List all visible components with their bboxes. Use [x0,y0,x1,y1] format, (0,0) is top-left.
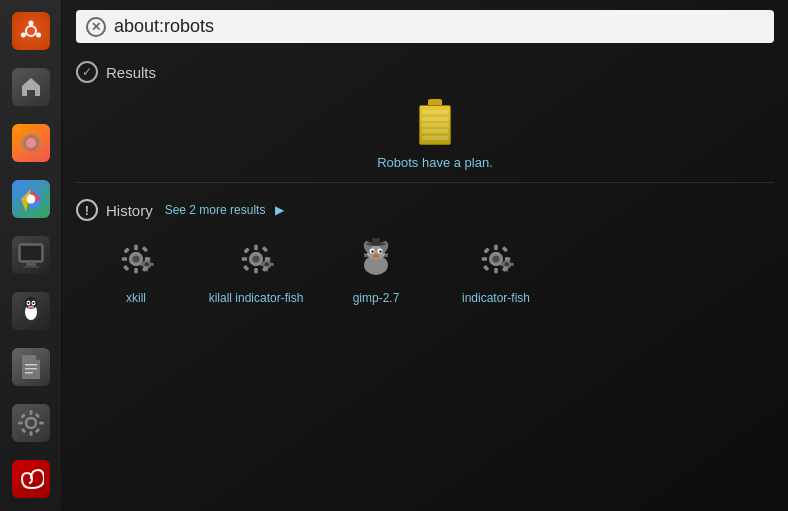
svg-point-18 [27,302,29,304]
svg-point-60 [264,262,268,266]
history-header: ! History See 2 more results ▶ [76,199,774,221]
svg-rect-86 [483,247,489,253]
svg-rect-83 [494,268,498,273]
doc-icon [12,348,50,386]
svg-rect-53 [242,257,247,261]
svg-rect-29 [20,413,26,419]
see-more-link[interactable]: See 2 more results [165,203,266,217]
svg-point-5 [26,138,36,148]
svg-point-44 [144,262,148,266]
svg-rect-22 [25,368,37,370]
sidebar-item-penguin[interactable] [4,284,58,338]
svg-rect-28 [39,422,44,425]
results-title: Results [106,64,156,81]
penguin-icon [12,292,50,330]
svg-point-8 [27,195,35,203]
svg-point-1 [28,21,33,26]
search-bar: ✕ [76,10,774,43]
sidebar-item-settings[interactable] [4,396,58,450]
svg-point-2 [36,33,41,38]
svg-rect-57 [262,246,268,252]
sidebar-item-home[interactable] [4,60,58,114]
tv-icon [12,236,50,274]
svg-rect-63 [260,263,264,266]
svg-rect-45 [145,257,148,261]
history-item-xkill[interactable]: xkill [86,233,186,307]
settings-icon [12,404,50,442]
sidebar-item-doc[interactable] [4,340,58,394]
svg-rect-88 [502,246,508,252]
svg-rect-32 [20,428,26,434]
sidebar-item-firefox[interactable] [4,116,58,170]
firefox-icon [12,124,50,162]
svg-rect-84 [482,257,487,261]
battery-icon [413,95,457,149]
svg-rect-82 [494,245,498,250]
sidebar [0,0,62,511]
svg-point-20 [28,306,34,309]
main-content: ✕ ✓ Results Robots have a plan. [62,0,788,511]
svg-rect-41 [142,246,148,252]
sidebar-item-spiral[interactable] [4,452,58,506]
history-item-indicator-fish[interactable]: indicator-fish [446,233,546,307]
svg-point-24 [26,418,36,428]
svg-rect-52 [254,268,258,273]
ubuntu-icon [12,12,50,50]
svg-rect-55 [243,247,249,253]
svg-point-73 [373,254,379,258]
svg-point-34 [132,255,139,262]
svg-rect-95 [510,263,514,266]
gimp-icon [348,233,404,285]
svg-point-3 [20,33,25,38]
result-label-robots[interactable]: Robots have a plan. [377,155,493,170]
svg-point-72 [379,250,381,252]
svg-rect-93 [505,268,508,272]
svg-rect-64 [270,263,274,266]
history-warning-icon: ! [76,199,98,221]
svg-rect-35 [134,245,138,250]
results-header: ✓ Results [76,61,774,83]
svg-rect-21 [25,364,37,366]
svg-rect-10 [21,246,41,260]
kilall-icon [228,233,284,285]
svg-rect-61 [265,257,268,261]
svg-rect-47 [140,263,144,266]
svg-point-81 [492,255,499,262]
svg-point-0 [26,26,36,36]
chrome-icon [12,180,50,218]
sidebar-item-ubuntu[interactable] [4,4,58,58]
svg-rect-46 [145,268,148,272]
history-title: History [106,202,153,219]
gimp-label: gimp-2.7 [353,291,400,307]
history-items-list: xkill [86,233,774,307]
svg-rect-26 [29,431,32,436]
svg-rect-12 [23,266,39,268]
svg-rect-48 [150,263,154,266]
history-item-gimp[interactable]: gimp-2.7 [326,233,426,307]
svg-rect-94 [500,263,504,266]
history-section: ! History See 2 more results ▶ [76,199,774,307]
svg-point-91 [504,262,508,266]
svg-rect-39 [123,247,129,253]
spiral-icon [12,460,50,498]
svg-rect-36 [134,268,138,273]
svg-rect-11 [26,263,36,266]
xkill-label: xkill [126,291,146,307]
sidebar-item-media[interactable] [4,228,58,282]
search-clear-button[interactable]: ✕ [86,17,106,37]
xkill-icon [108,233,164,285]
svg-rect-58 [243,265,249,271]
history-item-kilall[interactable]: kilall indicator-fish [206,233,306,307]
svg-rect-25 [29,410,32,415]
search-input[interactable] [114,16,764,37]
svg-point-50 [252,255,259,262]
see-more-arrow-icon[interactable]: ▶ [275,203,284,217]
svg-rect-30 [34,428,40,434]
sidebar-item-chrome[interactable] [4,172,58,226]
result-item-robots[interactable]: Robots have a plan. [96,95,774,170]
svg-rect-31 [34,413,40,419]
svg-rect-92 [505,257,508,261]
indicator-fish-label: indicator-fish [462,291,530,307]
svg-rect-51 [254,245,258,250]
kilall-label: kilall indicator-fish [209,291,304,307]
